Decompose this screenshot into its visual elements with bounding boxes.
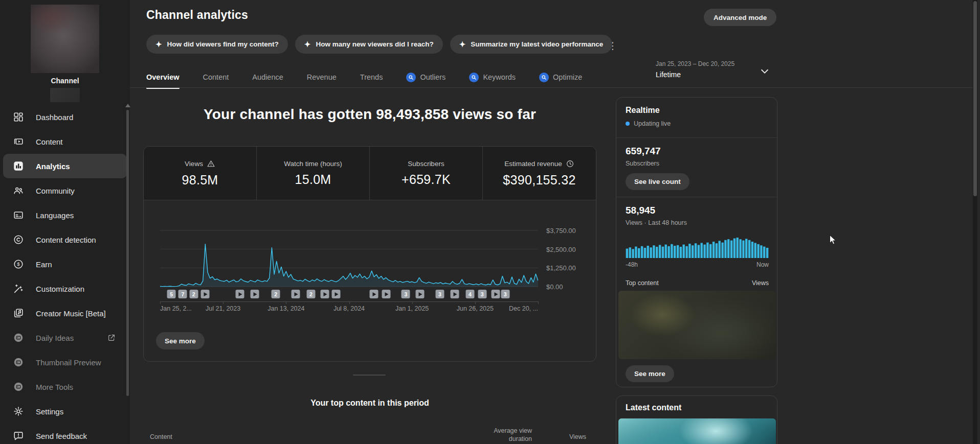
sidebar-item-send-feedback[interactable]: Send feedback bbox=[0, 424, 130, 444]
tab-label: Revenue bbox=[307, 73, 337, 81]
y-axis-tick-label: $3,750.00 bbox=[546, 227, 603, 235]
video-marker-play[interactable] bbox=[382, 290, 390, 298]
realtime-see-more-button[interactable]: See more bbox=[626, 365, 674, 382]
video-marker-play[interactable] bbox=[370, 290, 378, 298]
tab-audience[interactable]: Audience bbox=[252, 68, 283, 88]
video-marker-play[interactable] bbox=[235, 290, 244, 298]
tab-overview[interactable]: Overview bbox=[146, 68, 180, 88]
kebab-menu-icon[interactable]: ⋮ bbox=[606, 37, 620, 54]
play-icon bbox=[295, 292, 298, 296]
x-axis-tick bbox=[160, 301, 161, 304]
tab-outliers[interactable]: Outliers bbox=[406, 68, 446, 88]
video-marker-count-label: 7 bbox=[181, 291, 184, 297]
metric-card-watch-time-hours[interactable]: Watch time (hours)15.0M bbox=[257, 147, 370, 200]
sidebar-scrollbar[interactable] bbox=[126, 110, 129, 396]
video-marker-play[interactable] bbox=[250, 290, 259, 298]
sidebar-item-label: Languages bbox=[36, 211, 74, 220]
copyright-icon bbox=[12, 233, 25, 246]
sidebar-item-label: Settings bbox=[36, 407, 63, 416]
video-marker-count[interactable]: 3 bbox=[435, 290, 444, 298]
video-marker-play[interactable] bbox=[292, 290, 300, 298]
date-range-selector[interactable]: Jan 25, 2023 – Dec 20, 2025 Lifetime bbox=[656, 60, 758, 79]
ai-chip-1[interactable]: ✦How many new viewers did I reach? bbox=[295, 35, 443, 54]
play-icon bbox=[418, 292, 422, 296]
play-icon bbox=[324, 292, 327, 296]
metric-card-subscribers[interactable]: Subscribers+659.7K bbox=[370, 147, 483, 200]
sidebar-scroll-up-arrow[interactable] bbox=[125, 104, 130, 107]
see-more-button[interactable]: See more bbox=[156, 332, 205, 349]
ai-chip-2[interactable]: ✦Summarize my latest video performance bbox=[450, 35, 612, 54]
realtime-bar-chart[interactable] bbox=[626, 237, 769, 258]
realtime-top-content-thumbnail[interactable] bbox=[618, 291, 776, 359]
ai-chip-0[interactable]: ✦How did viewers find my content? bbox=[146, 35, 288, 54]
channel-avatar[interactable] bbox=[31, 5, 99, 73]
metric-card-views[interactable]: Views98.5M bbox=[144, 147, 257, 200]
ai-chip-label: How many new viewers did I reach? bbox=[316, 40, 433, 48]
video-marker-count-label: 3 bbox=[438, 291, 441, 297]
video-marker-count-label: 3 bbox=[481, 291, 484, 297]
y-axis-tick-label: $1,250.00 bbox=[546, 264, 603, 272]
sidebar-item-content-detection[interactable]: Content detection bbox=[0, 227, 130, 252]
sidebar-item-community[interactable]: Community bbox=[0, 178, 130, 203]
tab-revenue[interactable]: Revenue bbox=[307, 68, 337, 88]
video-marker-play[interactable] bbox=[492, 290, 500, 298]
tab-keywords[interactable]: Keywords bbox=[469, 68, 516, 88]
sidebar-item-daily-ideas[interactable]: Daily Ideas bbox=[0, 325, 130, 350]
realtime-views-label: Views · Last 48 hours bbox=[626, 219, 687, 226]
sidebar-item-creator-music-beta[interactable]: Creator Music [Beta] bbox=[0, 301, 130, 325]
overview-headline: Your channel has gotten 98,493,858 views… bbox=[143, 106, 596, 123]
tool-circle-icon bbox=[12, 381, 25, 393]
latest-content-thumbnail[interactable] bbox=[618, 418, 776, 444]
tab-optimize[interactable]: Optimize bbox=[539, 68, 582, 88]
metric-label: Views bbox=[185, 160, 203, 168]
video-marker-count[interactable]: 3 bbox=[478, 290, 486, 298]
realtime-axis-left: -48h bbox=[626, 261, 638, 268]
sidebar-item-customization[interactable]: Customization bbox=[0, 276, 130, 301]
video-marker-play[interactable] bbox=[201, 290, 209, 298]
sidebar-item-content[interactable]: Content bbox=[0, 129, 130, 154]
sidebar-item-thumbnail-preview[interactable]: Thumbnail Preview bbox=[0, 350, 130, 375]
video-marker-play[interactable] bbox=[331, 290, 340, 298]
metric-card-estimated-revenue[interactable]: Estimated revenue$390,155.32 bbox=[483, 147, 596, 200]
tab-label: Outliers bbox=[420, 73, 446, 81]
sidebar-item-label: Thumbnail Preview bbox=[36, 358, 101, 367]
video-marker-play[interactable] bbox=[450, 290, 459, 298]
see-live-count-button[interactable]: See live count bbox=[626, 173, 689, 190]
video-marker-count[interactable]: 7 bbox=[179, 290, 187, 298]
top-content-col-views: Views bbox=[555, 433, 586, 440]
play-icon bbox=[495, 292, 498, 296]
video-marker-count[interactable]: 2 bbox=[306, 290, 315, 298]
video-marker-count-label: 3 bbox=[504, 291, 507, 297]
video-marker-count-label: 5 bbox=[170, 291, 173, 297]
video-marker-play[interactable] bbox=[321, 290, 329, 298]
video-marker-count[interactable]: 2 bbox=[189, 290, 198, 298]
sidebar-item-earn[interactable]: $Earn bbox=[0, 252, 130, 276]
video-marker-count[interactable]: 3 bbox=[501, 290, 509, 298]
sidebar-item-more-tools[interactable]: More Tools bbox=[0, 375, 130, 399]
realtime-panel: Realtime Updating live 659,747 Subscribe… bbox=[616, 97, 777, 387]
advanced-mode-button[interactable]: Advanced mode bbox=[704, 9, 776, 26]
chevron-down-icon[interactable] bbox=[759, 65, 770, 77]
video-marker-row: 5722233433 bbox=[160, 290, 538, 299]
sidebar-item-dashboard[interactable]: Dashboard bbox=[0, 105, 130, 129]
video-marker-count[interactable]: 2 bbox=[272, 290, 280, 298]
metric-value: +659.7K bbox=[402, 172, 451, 187]
sidebar-item-languages[interactable]: Languages bbox=[0, 203, 130, 227]
page-scrollbar[interactable] bbox=[973, 1, 977, 196]
ai-chip-label: How did viewers find my content? bbox=[167, 40, 279, 48]
divider bbox=[616, 197, 777, 197]
research-badge-icon bbox=[469, 73, 479, 82]
sidebar-item-settings[interactable]: Settings bbox=[0, 399, 130, 424]
revenue-line-chart[interactable] bbox=[160, 227, 538, 291]
play-icon bbox=[373, 292, 376, 296]
sidebar-item-analytics[interactable]: Analytics bbox=[3, 154, 127, 178]
x-axis-tick-label: Jan 1, 2025 bbox=[395, 305, 429, 312]
x-axis-tick bbox=[538, 301, 539, 304]
video-marker-count[interactable]: 5 bbox=[167, 290, 176, 298]
video-marker-count[interactable]: 3 bbox=[402, 290, 410, 298]
video-marker-count[interactable]: 4 bbox=[465, 290, 474, 298]
tab-content[interactable]: Content bbox=[203, 68, 229, 88]
tab-trends[interactable]: Trends bbox=[360, 68, 383, 88]
top-content-col-content: Content bbox=[150, 433, 172, 440]
video-marker-play[interactable] bbox=[415, 290, 424, 298]
